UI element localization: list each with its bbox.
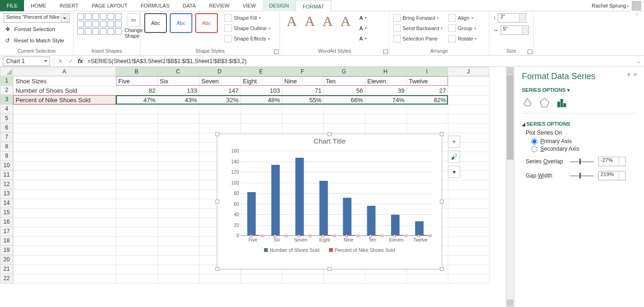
cell[interactable]: Seven bbox=[199, 77, 241, 86]
formula-bar[interactable]: =SERIES(Sheet1!$A$3,Sheet1!$B$1:$I$1,She… bbox=[85, 58, 636, 65]
cell[interactable]: 32% bbox=[199, 96, 241, 105]
gap-width-slider[interactable] bbox=[570, 175, 594, 177]
shape-style-preset[interactable]: Abc bbox=[170, 13, 192, 33]
primary-axis-radio[interactable] bbox=[531, 138, 537, 145]
select-all[interactable] bbox=[0, 67, 13, 76]
wordart-preset[interactable]: A bbox=[284, 13, 300, 33]
width-input[interactable]: 5" bbox=[501, 25, 529, 35]
worksheet[interactable]: A B C D E F G H I J 1 2 3 4 5 6 7 8 9 10 bbox=[0, 67, 506, 307]
row-header[interactable]: 9 bbox=[0, 152, 13, 161]
fill-line-tab[interactable] bbox=[522, 97, 533, 108]
text-fill-button[interactable]: A ▾ bbox=[359, 13, 367, 23]
expand-formula-bar[interactable] bbox=[636, 58, 644, 65]
shapes-gallery[interactable] bbox=[77, 13, 122, 35]
selection-pane-button[interactable]: Selection Pane bbox=[393, 34, 443, 43]
col-header-i[interactable]: I bbox=[406, 67, 448, 76]
format-selection-button[interactable]: ❖ Format Selection bbox=[4, 24, 55, 34]
cell[interactable]: 74% bbox=[365, 96, 407, 105]
row-header[interactable]: 3 bbox=[0, 95, 13, 105]
dialog-launcher[interactable] bbox=[274, 49, 279, 54]
col-header-h[interactable]: H bbox=[365, 67, 406, 76]
tab-data[interactable]: DATA bbox=[176, 0, 203, 11]
align-button[interactable]: Align bbox=[448, 13, 477, 23]
cancel-formula-button[interactable]: ✕ bbox=[55, 58, 66, 65]
height-input[interactable]: 3" bbox=[498, 13, 526, 23]
row-header[interactable]: 20 bbox=[0, 255, 13, 265]
reset-match-style-button[interactable]: ↺ Reset to Match Style bbox=[4, 36, 64, 45]
tab-home[interactable]: HOME bbox=[24, 0, 53, 11]
chart-styles-button[interactable]: 🖌 bbox=[448, 151, 460, 163]
wordart-preset[interactable]: A bbox=[320, 13, 336, 33]
cell[interactable]: 133 bbox=[158, 86, 199, 96]
tab-view[interactable]: VIEW bbox=[236, 0, 263, 11]
scroll-thumb[interactable] bbox=[507, 75, 513, 160]
row-header[interactable]: 6 bbox=[0, 123, 13, 133]
column-headers[interactable]: A B C D E F G H I J bbox=[13, 67, 506, 76]
row-header[interactable]: 8 bbox=[0, 142, 13, 152]
cell[interactable]: 82 bbox=[116, 86, 158, 96]
gap-width-input[interactable]: 219% bbox=[598, 171, 626, 180]
cell[interactable]: Percent of Nike Shoes Sold bbox=[14, 96, 116, 105]
cell[interactable]: Shoe Sizes bbox=[14, 77, 116, 86]
cell[interactable]: 82% bbox=[407, 96, 448, 105]
tab-format[interactable]: FORMAT bbox=[296, 0, 331, 12]
row-headers[interactable]: 1 2 3 4 5 6 7 8 9 10 11 12 13 14 15 16 1… bbox=[0, 76, 13, 284]
pane-close-button[interactable]: ✕ bbox=[633, 72, 637, 78]
cell[interactable] bbox=[448, 77, 490, 86]
row-header[interactable]: 19 bbox=[0, 246, 13, 255]
fx-button[interactable]: fx bbox=[76, 58, 85, 65]
enter-formula-button[interactable]: ✓ bbox=[66, 58, 76, 65]
cell[interactable]: 27 bbox=[407, 86, 448, 96]
effects-tab[interactable] bbox=[539, 97, 550, 108]
tab-design[interactable]: DESIGN bbox=[263, 0, 296, 11]
scroll-up-button[interactable] bbox=[507, 67, 513, 74]
secondary-axis-radio[interactable] bbox=[531, 146, 537, 152]
tab-review[interactable]: REVIEW bbox=[202, 0, 236, 11]
row-header[interactable]: 12 bbox=[0, 180, 13, 189]
name-box[interactable]: Chart 1 bbox=[3, 57, 50, 66]
series-options-header[interactable]: SERIES OPTIONS bbox=[522, 121, 637, 127]
row-header[interactable]: 11 bbox=[0, 170, 13, 180]
text-effects-button[interactable]: A ▾ bbox=[359, 34, 367, 43]
primary-axis-option[interactable]: PPrimary Axisrimary Axis bbox=[531, 138, 637, 145]
dialog-launcher[interactable] bbox=[383, 49, 388, 54]
secondary-axis-option[interactable]: Secondary Axis bbox=[531, 145, 637, 152]
row-header[interactable]: 13 bbox=[0, 189, 13, 199]
cell[interactable] bbox=[448, 86, 490, 96]
cell[interactable]: Ten bbox=[324, 77, 365, 86]
col-header-b[interactable]: B bbox=[116, 67, 157, 76]
col-header-d[interactable]: D bbox=[199, 67, 240, 76]
cell[interactable]: 66% bbox=[324, 96, 365, 105]
row-header[interactable]: 10 bbox=[0, 161, 13, 170]
embedded-chart[interactable]: Chart Title 020406080100120140160 FiveSi… bbox=[217, 134, 442, 269]
group-button[interactable]: Group bbox=[448, 24, 477, 33]
scroll-down-button[interactable] bbox=[507, 299, 513, 307]
shape-style-preset[interactable]: Abc bbox=[195, 13, 218, 33]
cell[interactable]: Five bbox=[116, 77, 158, 86]
row-header[interactable]: 7 bbox=[0, 133, 13, 142]
series-overlap-input[interactable]: -27% bbox=[598, 157, 626, 166]
tab-file[interactable]: FILE bbox=[0, 0, 24, 11]
col-header-a[interactable]: A bbox=[13, 67, 116, 76]
chart-elements-button[interactable]: ＋ bbox=[448, 136, 460, 148]
cell[interactable]: 39 bbox=[365, 86, 407, 96]
cell[interactable]: Six bbox=[158, 77, 199, 86]
row-header[interactable]: 16 bbox=[0, 218, 13, 227]
rotate-button[interactable]: Rotate bbox=[448, 34, 477, 43]
wordart-preset[interactable]: A bbox=[302, 13, 318, 33]
cell[interactable]: 147 bbox=[199, 86, 241, 96]
row-header[interactable]: 2 bbox=[0, 86, 13, 95]
row-header[interactable]: 22 bbox=[0, 274, 13, 283]
col-header-e[interactable]: E bbox=[240, 67, 282, 76]
row-header[interactable]: 15 bbox=[0, 208, 13, 218]
cell[interactable]: 47% bbox=[116, 96, 158, 105]
cell[interactable]: 55% bbox=[282, 96, 324, 105]
user-menu[interactable]: Rachel Sprung bbox=[592, 1, 644, 10]
wordart-gallery[interactable]: A A A A bbox=[284, 13, 354, 33]
plot-area[interactable]: 020406080100120140160 bbox=[241, 151, 432, 235]
cell[interactable]: 56 bbox=[324, 86, 365, 96]
wordart-preset[interactable]: A bbox=[338, 13, 354, 33]
collapse-ribbon-button[interactable]: ˄ bbox=[630, 11, 644, 55]
shape-effects-button[interactable]: Shape Effects bbox=[224, 34, 271, 43]
cell[interactable] bbox=[448, 96, 490, 105]
